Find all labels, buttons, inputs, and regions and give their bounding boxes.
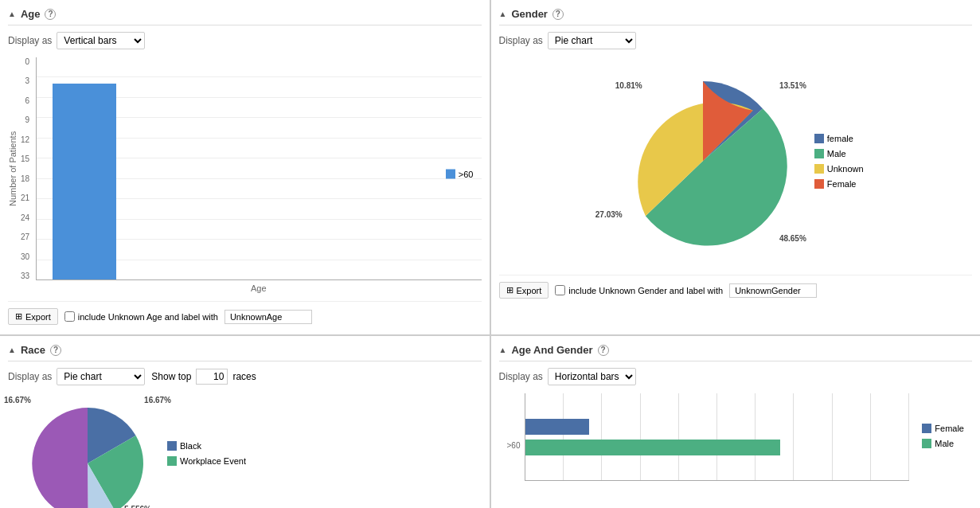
race-display-as-label: Display as [8,371,52,382]
race-help-icon[interactable]: ? [50,345,61,356]
gender-legend-unknown: Unknown [814,164,864,174]
gender-panel: ▲ Gender ? Display as Pie chart Vertical… [491,0,981,334]
gender-label-1081: 10.81% [615,81,642,90]
age-export-icon: ⊞ [15,311,22,322]
race-label-5556: 5.556% [124,505,151,508]
race-collapse-triangle[interactable]: ▲ [8,346,16,354]
age-display-as-select[interactable]: Vertical bars Horizontal bars Pie chart [57,32,145,49]
age-legend-color [446,170,455,179]
gender-legend-color-female-cap [814,179,824,189]
gender-pie-wrapper: 13.51% 48.65% 27.03% 10.81% [607,65,798,259]
race-show-top-row: Show top races [151,369,256,385]
age-include-unknown-label: include Unknown Age and label with [78,312,218,322]
age-gender-male-bar [525,440,780,455]
race-legend-color-workplace [167,456,177,466]
gender-legend-color-unknown [814,164,824,174]
race-pie-large [32,408,88,508]
age-legend-label: >60 [459,170,474,179]
age-display-as-label: Display as [8,35,52,46]
gender-display-as-select[interactable]: Pie chart Vertical bars Horizontal bars [548,32,636,49]
age-gender-panel: ▲ Age And Gender ? Display as Horizontal… [491,336,981,508]
age-gender-legend-label-female: Female [935,424,964,433]
race-legend-workplace: Workplace Event [167,456,246,466]
gender-legend: female Male Unknown Female [814,134,864,191]
gender-label-1351: 13.51% [779,81,806,90]
age-gender-panel-header: ▲ Age And Gender ? [499,344,973,361]
race-panel-header: ▲ Race ? [8,344,482,361]
age-gender-display-as-label: Display as [499,371,543,382]
age-gender-legend-male: Male [922,439,964,448]
race-pie-wrapper: 16.67% 16.67% 5.556% [16,392,159,508]
age-gender-help-icon[interactable]: ? [598,345,609,356]
gender-pie-chart [607,65,798,256]
race-legend-label-black: Black [180,441,201,451]
gender-display-as-label: Display as [499,35,543,46]
age-unknown-input[interactable] [225,310,312,324]
race-display-as-select[interactable]: Pie chart Vertical bars Horizontal bars [57,368,145,385]
age-gender-legend: Female Male [922,393,964,481]
gender-panel-header: ▲ Gender ? [499,8,973,25]
age-gender-bar-area [525,393,909,481]
collapse-triangle[interactable]: ▲ [8,10,16,18]
age-gender-collapse-triangle[interactable]: ▲ [499,346,507,354]
age-panel: ▲ Age ? Display as Vertical bars Horizon… [0,0,490,334]
age-legend: >60 [446,170,474,182]
gender-legend-label-unknown: Unknown [827,164,864,174]
gender-legend-label-female-cap: Female [827,179,857,189]
age-bar-gt60 [53,84,116,279]
gender-export-label: Export [517,286,542,295]
race-legend-color-black [167,441,177,451]
gender-unknown-checkbox[interactable] [555,285,565,295]
age-gender-legend-color-male [922,439,931,448]
race-display-as-row: Display as Pie chart Vertical bars Horiz… [8,368,145,385]
age-gender-display-as-select[interactable]: Horizontal bars Vertical bars Pie chart [548,368,636,385]
gender-label-4865: 48.65% [779,234,806,243]
age-panel-header: ▲ Age ? [8,8,482,25]
gender-unknown-input[interactable] [729,283,817,298]
age-y-axis-title: Number of Patients [8,57,18,280]
age-bar-chart [36,57,481,280]
race-pie-chart [16,392,159,508]
age-unknown-checkbox[interactable] [64,311,75,322]
age-gender-legend-female: Female [922,424,964,433]
age-unknown-checkbox-wrap: include Unknown Age and label with [64,311,218,322]
age-gender-display-as-row: Display as Horizontal bars Vertical bars… [499,368,973,385]
gender-include-unknown-label: include Unknown Gender and label with [568,286,723,295]
gender-export-button[interactable]: ⊞ Export [499,282,549,299]
age-help-icon[interactable]: ? [45,9,56,20]
gender-collapse-triangle[interactable]: ▲ [499,10,507,18]
race-show-top-input[interactable] [196,369,228,385]
age-gender-legend-label-male: Male [935,439,954,448]
age-gender-panel-title: Age And Gender [511,344,592,356]
gender-legend-female-cap: Female [814,179,864,189]
gender-panel-footer: ⊞ Export include Unknown Gender and labe… [499,275,973,299]
gender-unknown-checkbox-wrap: include Unknown Gender and label with [555,285,723,295]
age-gender-grid [525,393,909,481]
gender-help-icon[interactable]: ? [552,9,564,20]
gender-legend-color-female [814,134,824,143]
age-gender-legend-color-female [922,424,931,433]
race-panel: ▲ Race ? Display as Pie chart Vertical b… [0,336,490,508]
age-export-button[interactable]: ⊞ Export [8,308,58,325]
race-show-top-label: Show top [151,371,191,382]
gender-legend-label-male: Male [827,149,846,158]
age-gender-female-bar [525,419,589,435]
age-x-axis-label: Age [36,283,481,293]
age-gender-bars [525,393,780,480]
race-legend: Black Workplace Event [167,441,246,468]
age-panel-title: Age [21,8,41,20]
gender-pie-container: 13.51% 48.65% 27.03% 10.81% female Male … [499,57,973,267]
gender-legend-color-male [814,149,824,158]
age-export-label: Export [25,312,51,322]
gender-panel-title: Gender [511,8,548,20]
main-grid: ▲ Age ? Display as Vertical bars Horizon… [0,0,980,508]
gender-display-as-row: Display as Pie chart Vertical bars Horiz… [499,32,973,49]
race-legend-black: Black [167,441,246,451]
race-label-1667-right: 16.67% [144,396,171,404]
race-legend-label-workplace: Workplace Event [180,456,246,466]
gender-legend-male: Male [814,149,864,158]
gender-legend-female: female [814,134,864,143]
gender-legend-label-female: female [827,134,853,143]
race-chart-area: 16.67% 16.67% 5.556% Black Workplace Eve… [8,392,482,508]
race-races-label: races [232,371,256,382]
